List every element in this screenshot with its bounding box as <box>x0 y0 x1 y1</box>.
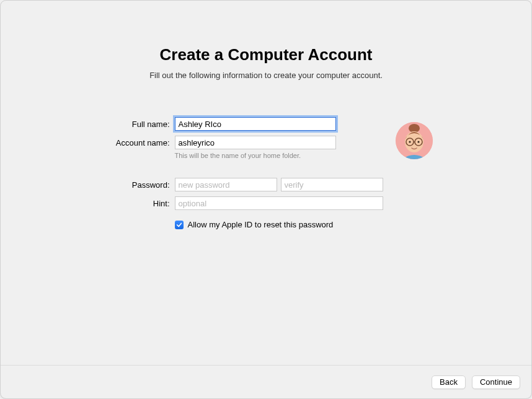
avatar[interactable] <box>396 122 433 159</box>
setup-window: Create a Computer Account Fill out the f… <box>0 0 532 399</box>
full-name-input[interactable] <box>175 117 336 131</box>
page-title: Create a Computer Account <box>1 45 531 64</box>
footer: Back Continue <box>1 365 531 398</box>
account-name-helper: This will be the name of your home folde… <box>175 152 383 159</box>
form-area: Full name: Account name: This will be th… <box>1 117 531 229</box>
memoji-avatar-icon <box>396 122 433 159</box>
svg-point-6 <box>409 141 410 142</box>
account-name-input[interactable] <box>175 136 336 149</box>
hint-label: Hint: <box>100 199 171 208</box>
checkmark-icon <box>176 222 182 228</box>
form-grid: Full name: Account name: This will be th… <box>100 117 383 229</box>
password-new-input[interactable] <box>175 178 277 191</box>
allow-reset-row[interactable]: Allow my Apple ID to reset this password <box>175 220 383 229</box>
password-verify-input[interactable] <box>281 178 383 191</box>
svg-point-7 <box>417 141 419 142</box>
hint-input[interactable] <box>175 196 383 210</box>
svg-point-1 <box>409 124 420 133</box>
full-name-label: Full name: <box>100 120 171 129</box>
password-label: Password: <box>100 180 171 190</box>
account-name-label: Account name: <box>100 138 171 147</box>
back-button[interactable]: Back <box>432 375 466 389</box>
page-subtitle: Fill out the following information to cr… <box>1 71 531 80</box>
allow-reset-label: Allow my Apple ID to reset this password <box>188 220 334 229</box>
allow-reset-checkbox[interactable] <box>175 221 184 229</box>
password-row <box>175 178 383 191</box>
content-area: Create a Computer Account Fill out the f… <box>1 1 531 229</box>
continue-button[interactable]: Continue <box>472 375 520 389</box>
